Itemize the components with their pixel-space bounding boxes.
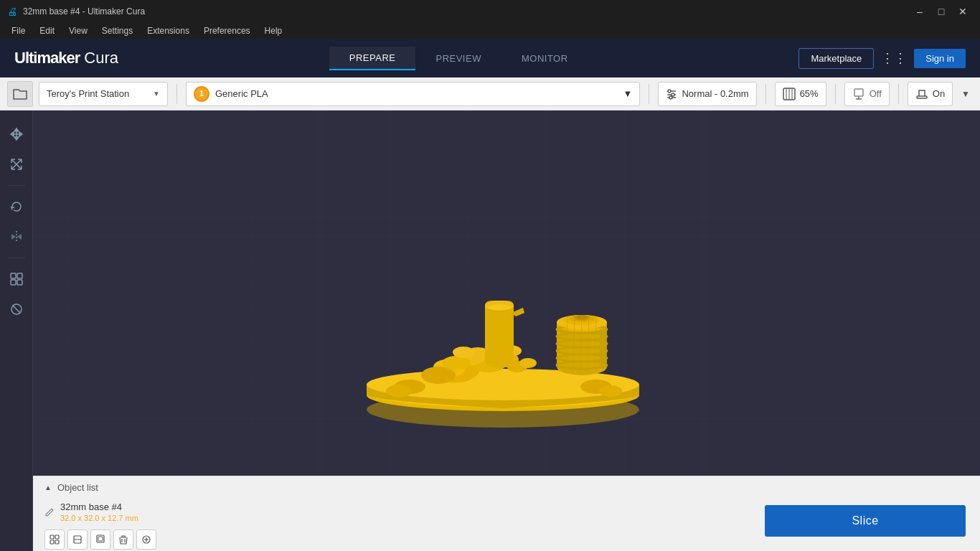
toolbar-separator-3 <box>765 84 766 104</box>
nav-tabs: PREPARE PREVIEW MONITOR <box>329 47 588 70</box>
svg-rect-10 <box>854 89 863 96</box>
svg-point-59 <box>519 358 537 368</box>
title-logo: 🖨 <box>7 6 17 17</box>
material-badge: 1 <box>194 86 209 102</box>
svg-line-20 <box>12 306 20 314</box>
toolbar-right: Normal - 0.2mm 65% Off <box>646 82 973 106</box>
printer-name: Teroy's Print Station <box>47 88 129 99</box>
svg-point-1 <box>668 90 671 93</box>
tool-separator-2 <box>8 258 25 258</box>
edit-icon[interactable] <box>44 507 55 517</box>
svg-point-54 <box>442 356 471 370</box>
grid-icon[interactable]: ⋮⋮ <box>881 50 907 66</box>
obj-action-4[interactable] <box>113 529 133 550</box>
rotate-tool[interactable] <box>4 194 29 219</box>
left-sidebar <box>0 110 33 551</box>
printer-dropdown[interactable]: Teroy's Print Station ▼ <box>39 82 168 106</box>
object-dimensions: 32.0 x 32.0 x 12.7 mm <box>60 514 138 522</box>
nav-bar: Ultimaker Cura PREPARE PREVIEW MONITOR M… <box>0 39 980 77</box>
marketplace-button[interactable]: Marketplace <box>798 48 874 69</box>
toolbar-separator-1 <box>176 84 177 104</box>
infill-button[interactable]: 65% <box>775 82 826 106</box>
svg-rect-82 <box>55 535 59 539</box>
material-dropdown[interactable]: 1 Generic PLA ▼ <box>186 82 640 106</box>
close-button[interactable]: ✕ <box>953 4 973 19</box>
mirror-tool[interactable] <box>4 225 29 249</box>
menu-bar: File Edit View Settings Extensions Prefe… <box>0 23 980 39</box>
svg-rect-15 <box>11 273 16 278</box>
infill-percent: 65% <box>800 88 819 99</box>
adhesion-button[interactable]: On <box>908 82 953 106</box>
sliders-icon <box>666 88 677 100</box>
svg-rect-81 <box>50 535 54 539</box>
obj-action-3[interactable] <box>90 529 110 550</box>
window-title: 32mm base #4 - Ultimaker Cura <box>23 6 145 17</box>
obj-action-5[interactable] <box>136 529 156 550</box>
object-name: 32mm base #4 <box>60 501 138 512</box>
maximize-button[interactable]: □ <box>931 4 951 19</box>
svg-point-5 <box>669 96 672 99</box>
title-bar: 🖨 32mm base #4 - Ultimaker Cura – □ ✕ <box>0 0 980 23</box>
svg-rect-16 <box>17 273 22 278</box>
menu-preferences[interactable]: Preferences <box>198 24 256 37</box>
toolbar-separator-5 <box>898 84 899 104</box>
logo-light: Cura <box>84 49 118 67</box>
per-model-tool[interactable] <box>4 267 29 291</box>
object-list-chevron: ▲ <box>44 484 52 491</box>
support-blocker-tool[interactable] <box>4 297 29 321</box>
adhesion-icon <box>915 88 928 100</box>
svg-point-55 <box>453 347 474 358</box>
svg-rect-84 <box>55 540 59 544</box>
toolbar-expand-button[interactable]: ▼ <box>958 89 973 99</box>
open-folder-button[interactable] <box>7 81 33 107</box>
window-controls: – □ ✕ <box>910 4 973 19</box>
scale-tool[interactable] <box>4 152 29 176</box>
menu-extensions[interactable]: Extensions <box>141 24 195 37</box>
support-status: Off <box>870 88 882 99</box>
menu-view[interactable]: View <box>63 24 93 37</box>
svg-rect-88 <box>98 537 103 541</box>
support-icon <box>852 88 865 100</box>
material-number: 1 <box>199 90 204 98</box>
object-list-title: Object list <box>57 482 98 493</box>
tool-separator-1 <box>8 185 25 186</box>
svg-point-80 <box>599 385 622 397</box>
slice-button[interactable]: Slice <box>765 505 966 537</box>
menu-file[interactable]: File <box>6 24 31 37</box>
menu-edit[interactable]: Edit <box>34 24 60 37</box>
svg-rect-17 <box>11 280 16 285</box>
obj-action-2[interactable] <box>67 529 88 550</box>
logo-bold: Ultimaker <box>14 49 80 67</box>
profile-name: Normal - 0.2mm <box>682 88 748 99</box>
material-name: Generic PLA <box>215 88 268 99</box>
signin-button[interactable]: Sign in <box>914 49 966 68</box>
support-button[interactable]: Off <box>844 82 890 106</box>
move-tool[interactable] <box>4 122 29 146</box>
3d-model <box>345 173 668 446</box>
material-dropdown-arrow: ▼ <box>623 88 633 99</box>
printer-dropdown-arrow: ▼ <box>153 90 160 98</box>
tab-preview[interactable]: PREVIEW <box>415 47 501 70</box>
svg-point-78 <box>386 385 412 397</box>
svg-rect-83 <box>50 540 54 544</box>
nav-right: Marketplace ⋮⋮ Sign in <box>798 48 966 69</box>
profile-dropdown[interactable]: Normal - 0.2mm <box>658 82 756 106</box>
adhesion-status: On <box>933 88 945 99</box>
logo: Ultimaker Cura <box>14 49 118 67</box>
obj-action-1[interactable] <box>44 529 65 550</box>
toolbar-separator-2 <box>649 84 649 104</box>
svg-rect-18 <box>17 280 22 285</box>
toolbar-separator-4 <box>835 84 836 104</box>
object-list-header[interactable]: ▲ Object list <box>44 482 969 493</box>
tab-prepare[interactable]: PREPARE <box>329 47 416 70</box>
minimize-button[interactable]: – <box>910 4 930 19</box>
svg-rect-13 <box>917 96 927 98</box>
toolbar-bar: Teroy's Print Station ▼ 1 Generic PLA ▼ … <box>0 77 980 110</box>
tab-monitor[interactable]: MONITOR <box>501 47 588 70</box>
infill-icon <box>783 88 796 100</box>
menu-help[interactable]: Help <box>259 24 288 37</box>
svg-point-3 <box>672 93 674 96</box>
menu-settings[interactable]: Settings <box>96 24 138 37</box>
